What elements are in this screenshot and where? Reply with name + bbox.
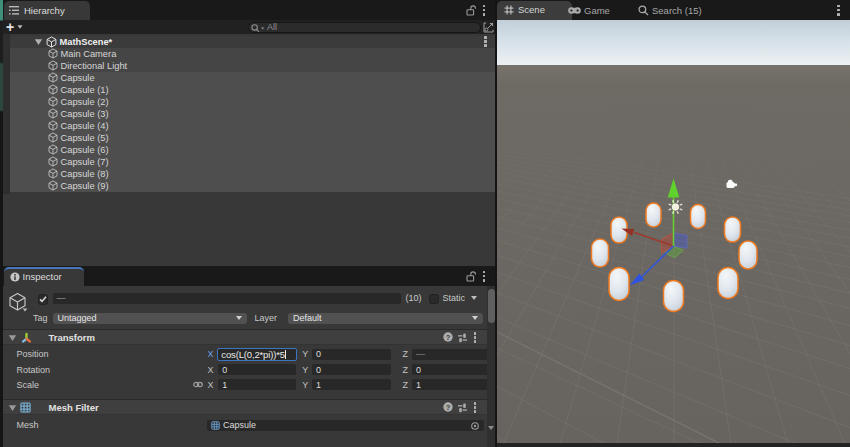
lock-icon[interactable]	[466, 5, 477, 16]
gameobject-icon	[48, 180, 58, 191]
link-icon[interactable]	[193, 380, 203, 389]
scale-z-value: 1	[412, 380, 421, 390]
rotation-z-field[interactable]: 0	[412, 364, 490, 375]
create-button[interactable]: +	[6, 20, 28, 34]
capsule-object[interactable]	[691, 204, 706, 228]
scale-x-value: 1	[218, 380, 227, 390]
static-caret-icon[interactable]	[471, 296, 477, 300]
tree-item-label: Capsule (2)	[61, 97, 109, 107]
scene-row-dots[interactable]	[484, 36, 487, 47]
scene-asset-icon	[46, 36, 57, 48]
scene-options-icon[interactable]	[484, 36, 487, 47]
tree-item[interactable]: Capsule (3)	[10, 108, 495, 120]
tab-game[interactable]: Game	[567, 1, 628, 20]
transform-menu-dots[interactable]	[474, 332, 477, 343]
tab-scene[interactable]: Scene	[497, 1, 572, 20]
tab-search[interactable]: Search (15)	[637, 1, 718, 20]
tree-item-label: Capsule (1)	[61, 85, 109, 95]
capsule-object[interactable]	[718, 267, 738, 298]
hierarchy-menu-dots[interactable]	[483, 5, 486, 16]
position-z-value: —	[412, 349, 425, 359]
rotation-z-value: 0	[412, 365, 421, 375]
search-tab-label: Search (15)	[652, 5, 702, 16]
tree-item[interactable]: Capsule	[10, 72, 495, 84]
scene-menu-dots[interactable]	[837, 5, 840, 16]
gizmo-plane-xy[interactable]	[674, 233, 688, 248]
tree-item[interactable]: Capsule (1)	[10, 84, 495, 96]
tree-item[interactable]: Capsule (4)	[10, 120, 495, 132]
layer-label: Layer	[255, 313, 285, 324]
tree-item[interactable]: Capsule (8)	[10, 168, 495, 180]
tree-item[interactable]: Directional Light	[10, 60, 495, 72]
tree-item-scene[interactable]: MathScene*	[10, 36, 495, 48]
capsule-object[interactable]	[664, 280, 684, 311]
text-cursor	[285, 350, 286, 359]
icon-caret-icon[interactable]	[23, 308, 28, 311]
hierarchy-toolbar: + All	[3, 20, 495, 34]
rotation-x-field[interactable]: 0	[218, 364, 296, 375]
tree-item-label: Capsule (6)	[61, 145, 109, 155]
mesh-label: Mesh	[17, 420, 77, 431]
scale-y-field[interactable]: 1	[312, 379, 391, 390]
layer-dropdown[interactable]: Default	[288, 313, 483, 324]
position-y-value: 0	[312, 349, 321, 359]
mesh-filter-header[interactable]: Mesh Filter ?	[3, 399, 487, 415]
tab-inspector[interactable]: Inspector	[4, 267, 85, 286]
search-icon	[251, 24, 265, 33]
tree-item[interactable]: Capsule (7)	[10, 156, 495, 168]
transform-header[interactable]: Transform ?	[3, 329, 487, 345]
sky	[497, 20, 850, 66]
foldout-icon[interactable]	[34, 38, 43, 46]
kebab-menu-icon[interactable]	[483, 5, 486, 16]
kebab-icon[interactable]	[474, 332, 477, 343]
help-icon[interactable]: ?	[443, 402, 453, 412]
capsule-object[interactable]	[739, 241, 757, 269]
object-picker-icon[interactable]	[470, 421, 480, 431]
rotation-y-field[interactable]: 0	[312, 364, 391, 375]
transform-icon	[20, 332, 33, 344]
foldout-icon[interactable]	[8, 334, 17, 342]
scale-x-field[interactable]: 1	[218, 379, 296, 390]
name-field[interactable]: —	[53, 293, 401, 305]
static-checkbox[interactable]	[429, 294, 440, 305]
capsule-object[interactable]	[646, 203, 661, 227]
position-x-field[interactable]: cos(L(0,2*pi))*5	[217, 348, 297, 361]
position-x-axis-label: X	[208, 349, 216, 360]
inspector-tab-label: Inspector	[23, 271, 62, 282]
capsule-object[interactable]	[725, 217, 741, 242]
tree-item[interactable]: Capsule (5)	[10, 132, 495, 144]
position-y-field[interactable]: 0	[312, 349, 391, 360]
kebab-menu-icon[interactable]	[837, 5, 840, 16]
tag-dropdown[interactable]: Untagged	[53, 313, 248, 324]
scale-z-field[interactable]: 1	[412, 379, 490, 390]
gameobject-icon	[48, 96, 58, 107]
kebab-menu-icon[interactable]	[483, 271, 486, 282]
meshfilter-menu-dots[interactable]	[474, 402, 477, 413]
foldout-icon[interactable]	[8, 404, 17, 412]
presets-icon[interactable]	[458, 333, 469, 343]
position-z-field[interactable]: —	[412, 349, 490, 360]
help-icon[interactable]: ?	[443, 332, 453, 342]
presets-icon[interactable]	[458, 403, 469, 413]
picker-window-icon[interactable]	[483, 22, 494, 33]
tree-item[interactable]: Capsule (2)	[10, 96, 495, 108]
tree-item-label: Main Camera	[61, 49, 117, 59]
capsule-object[interactable]	[609, 267, 629, 300]
tree-item[interactable]: Main Camera	[10, 48, 495, 60]
tree-item[interactable]: Capsule (6)	[10, 144, 495, 156]
scroll-down-icon[interactable]	[488, 426, 494, 430]
search-icon	[638, 5, 649, 16]
position-z-axis-label: Z	[402, 349, 410, 360]
kebab-icon[interactable]	[474, 402, 477, 413]
scene-tab-label: Scene	[518, 4, 545, 15]
capsule-object[interactable]	[592, 239, 609, 267]
inspector-menu-dots[interactable]	[483, 271, 486, 282]
tab-hierarchy[interactable]: Hierarchy	[4, 1, 90, 20]
enable-checkbox[interactable]	[38, 294, 49, 305]
scene-viewport[interactable]	[497, 20, 850, 444]
tree-item[interactable]: Capsule (9)	[10, 180, 495, 192]
gameobject-icon	[48, 72, 58, 83]
hierarchy-search-field[interactable]: All	[248, 22, 481, 33]
mesh-object-field[interactable]: Capsule	[207, 420, 484, 431]
lock-icon[interactable]	[466, 271, 477, 282]
